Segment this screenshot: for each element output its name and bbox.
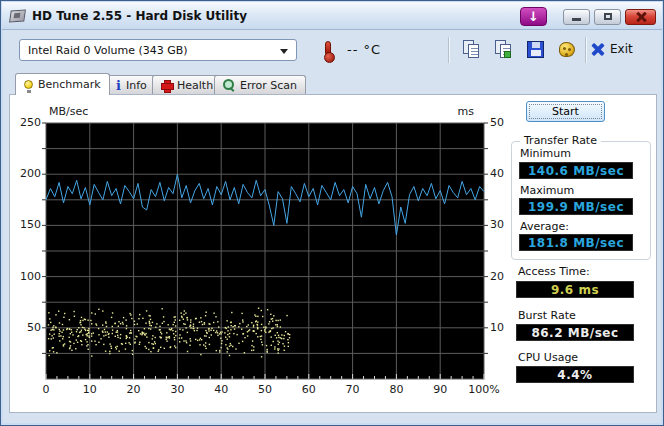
minimize-button[interactable] bbox=[563, 9, 590, 25]
drive-select-dropdown[interactable]: Intel Raid 0 Volume (343 GB) bbox=[19, 39, 297, 61]
burst-rate-value: 86.2 MB/sec bbox=[516, 324, 634, 341]
download-button[interactable]: ↓ bbox=[520, 7, 547, 26]
maximize-icon bbox=[604, 13, 612, 20]
tab-health-label: Health bbox=[177, 79, 213, 92]
temperature-readout: -- °C bbox=[347, 42, 381, 57]
benchmark-chart bbox=[40, 117, 494, 385]
right-axis-tick: 30 bbox=[490, 218, 504, 231]
x-icon bbox=[591, 43, 604, 56]
left-axis-tick: 250 bbox=[7, 116, 41, 129]
drive-select-value: Intel Raid 0 Volume (343 GB) bbox=[28, 44, 188, 57]
left-axis-tick: 150 bbox=[7, 218, 41, 231]
cpu-usage-value: 4.4% bbox=[516, 366, 634, 383]
down-arrow-icon: ↓ bbox=[528, 10, 539, 23]
access-time-label: Access Time: bbox=[518, 265, 590, 278]
tab-health[interactable]: Health bbox=[152, 75, 222, 94]
app-icon bbox=[9, 9, 26, 22]
x-axis-tick: 50 bbox=[247, 383, 283, 396]
tab-strip: Benchmark i Info Health Error Scan bbox=[1, 71, 664, 95]
x-axis-tick: 80 bbox=[378, 383, 414, 396]
toolbar-separator bbox=[448, 37, 450, 63]
save-icon bbox=[527, 41, 544, 58]
x-axis-tick: 0 bbox=[28, 383, 64, 396]
maximum-value: 199.9 MB/sec bbox=[519, 198, 633, 215]
toolbar: Intel Raid 0 Volume (343 GB) -- °C Exit bbox=[1, 31, 664, 67]
minimum-value: 140.6 MB/sec bbox=[519, 162, 633, 179]
window-title: HD Tune 2.55 - Hard Disk Utility bbox=[32, 9, 247, 23]
cpu-usage-label: CPU Usage bbox=[518, 351, 578, 364]
titlebar: HD Tune 2.55 - Hard Disk Utility ↓ bbox=[2, 2, 662, 30]
minimum-label: Minimum bbox=[520, 147, 571, 160]
save-button[interactable] bbox=[525, 39, 547, 61]
access-time-value: 9.6 ms bbox=[516, 281, 634, 298]
average-label: Average: bbox=[520, 220, 569, 233]
copy-image-button[interactable] bbox=[493, 39, 515, 61]
close-button[interactable] bbox=[625, 9, 656, 25]
magnifier-icon bbox=[223, 79, 235, 91]
close-icon bbox=[636, 12, 646, 22]
tab-info[interactable]: i Info bbox=[107, 75, 156, 94]
info-icon: i bbox=[116, 79, 121, 92]
tab-error-scan[interactable]: Error Scan bbox=[214, 75, 306, 94]
options-button[interactable] bbox=[557, 39, 579, 61]
right-axis-unit: ms bbox=[434, 105, 474, 118]
average-value: 181.8 MB/sec bbox=[519, 234, 633, 251]
x-axis-tick: 60 bbox=[291, 383, 327, 396]
app-window: HD Tune 2.55 - Hard Disk Utility ↓ Intel… bbox=[0, 0, 664, 426]
options-icon bbox=[559, 42, 575, 57]
x-axis-tick: 100% bbox=[466, 383, 502, 396]
burst-rate-label: Burst Rate bbox=[518, 309, 576, 322]
maximize-button[interactable] bbox=[594, 9, 621, 25]
right-axis-tick: 20 bbox=[490, 270, 504, 283]
x-axis-tick: 20 bbox=[116, 383, 152, 396]
tab-info-label: Info bbox=[126, 79, 147, 92]
x-axis-tick: 40 bbox=[203, 383, 239, 396]
tab-error-scan-label: Error Scan bbox=[240, 79, 297, 92]
tab-benchmark[interactable]: Benchmark bbox=[15, 73, 110, 95]
x-axis-tick: 70 bbox=[335, 383, 371, 396]
health-cross-icon bbox=[161, 80, 172, 91]
tab-benchmark-label: Benchmark bbox=[38, 78, 101, 91]
bulb-icon bbox=[24, 80, 33, 89]
chevron-down-icon bbox=[280, 49, 288, 54]
x-axis-tick: 10 bbox=[72, 383, 108, 396]
right-axis-tick: 40 bbox=[490, 167, 504, 180]
left-axis-tick: 50 bbox=[7, 321, 41, 334]
left-axis-tick: 200 bbox=[7, 167, 41, 180]
exit-button[interactable]: Exit bbox=[591, 42, 633, 56]
minimize-icon bbox=[572, 18, 581, 21]
exit-label: Exit bbox=[610, 42, 633, 56]
x-axis-tick: 90 bbox=[422, 383, 458, 396]
toolbar-separator bbox=[585, 37, 587, 63]
start-button[interactable]: Start bbox=[526, 101, 605, 122]
left-axis-tick: 100 bbox=[7, 270, 41, 283]
maximum-label: Maximum bbox=[520, 184, 574, 197]
right-axis-tick: 50 bbox=[490, 116, 504, 129]
right-axis-tick: 10 bbox=[490, 321, 504, 334]
x-axis-tick: 30 bbox=[159, 383, 195, 396]
copy-button[interactable] bbox=[461, 39, 483, 61]
thermometer-icon bbox=[325, 41, 331, 54]
left-axis-unit: MB/sec bbox=[49, 105, 88, 118]
transfer-rate-group-label: Transfer Rate bbox=[520, 134, 601, 147]
